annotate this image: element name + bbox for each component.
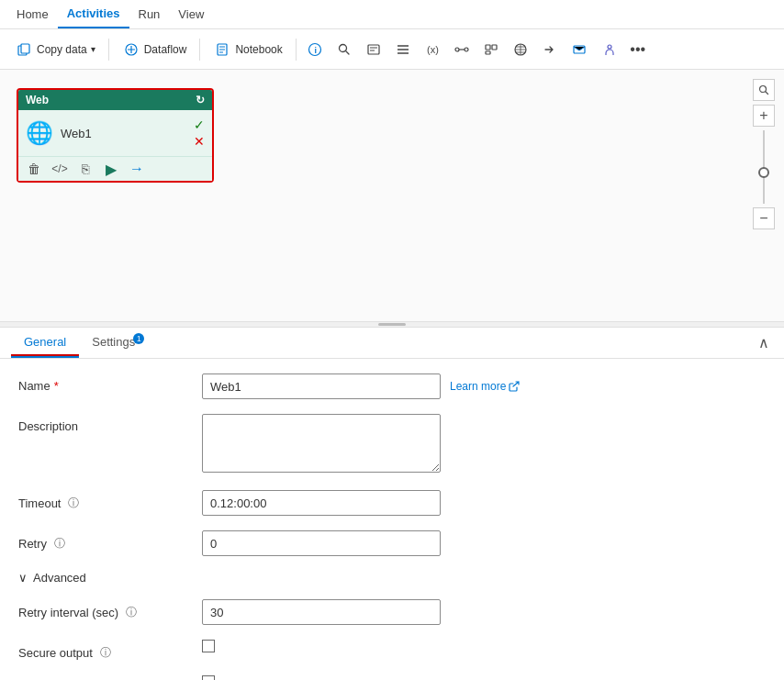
svg-rect-11: [486, 45, 490, 50]
timeout-control: [202, 490, 766, 516]
activity-footer: 🗑 </> ⎘ ▶ →: [18, 156, 212, 181]
retry-interval-info-icon[interactable]: ⓘ: [126, 605, 137, 620]
advanced-row[interactable]: ∨ Advanced: [18, 571, 766, 585]
trigger-toolbar-icon[interactable]: [478, 37, 504, 62]
secure-input-label: Secure input ⓘ: [18, 675, 202, 680]
zoom-in-button[interactable]: +: [753, 105, 775, 127]
settings-badge: 1: [133, 333, 144, 344]
description-control: [202, 414, 766, 475]
collapse-panel-icon[interactable]: ∧: [755, 330, 773, 355]
name-row: Name * Learn more: [18, 373, 766, 399]
retry-interval-input[interactable]: [202, 599, 441, 625]
activity-node[interactable]: Web ↻ 🌐 Web1 ✓ ✕ 🗑 </> ⎘ ▶ →: [17, 88, 214, 183]
activity-check-icon[interactable]: ✓: [194, 117, 205, 132]
resize-handle[interactable]: [0, 321, 784, 327]
dataflow-icon: [122, 40, 140, 59]
name-row-right: Learn more: [202, 373, 766, 399]
delete-icon[interactable]: 🗑: [26, 161, 42, 177]
svg-rect-1: [21, 44, 29, 53]
timeout-row: Timeout ⓘ: [18, 490, 766, 516]
external-link-icon: [509, 381, 520, 392]
tab-general[interactable]: General: [11, 328, 79, 358]
secure-input-control: [202, 675, 766, 680]
variable-toolbar-icon[interactable]: (x): [420, 37, 445, 62]
learn-more-label: Learn more: [450, 380, 506, 393]
search-toolbar-icon[interactable]: [331, 37, 357, 62]
retry-label: Retry ⓘ: [18, 530, 202, 552]
canvas-inner[interactable]: Web ↻ 🌐 Web1 ✓ ✕ 🗑 </> ⎘ ▶ →: [0, 70, 784, 321]
secure-output-info-icon[interactable]: ⓘ: [100, 645, 111, 661]
lines-toolbar-icon[interactable]: [390, 37, 416, 62]
outlook-toolbar-icon[interactable]: [566, 37, 592, 62]
copy-icon[interactable]: ⎘: [77, 161, 94, 177]
globe-toolbar-icon[interactable]: [508, 37, 533, 62]
timeout-input[interactable]: [202, 490, 441, 516]
notebook-icon: [213, 40, 231, 59]
dataflow-button[interactable]: Dataflow: [115, 37, 195, 62]
copy-data-chevron: ▾: [91, 44, 95, 54]
more-toolbar-icon[interactable]: •••: [625, 37, 651, 62]
svg-text:(x): (x): [427, 44, 439, 55]
zoom-search-icon[interactable]: [753, 79, 775, 101]
run-icon[interactable]: ▶: [103, 161, 119, 177]
svg-point-9: [455, 48, 459, 51]
notebook-button[interactable]: Notebook: [206, 37, 289, 62]
toolbar: Copy data ▾ Dataflow Notebook i (x): [0, 29, 784, 70]
tab-general-label: General: [24, 335, 66, 349]
name-required-star: *: [54, 379, 59, 393]
svg-point-16: [608, 45, 611, 49]
svg-rect-13: [486, 51, 490, 54]
description-textarea[interactable]: [202, 414, 441, 473]
resize-bar: [378, 323, 406, 326]
copy-data-icon: [15, 40, 33, 59]
copy-data-button[interactable]: Copy data ▾: [7, 37, 103, 62]
retry-control: [202, 530, 766, 556]
divider-3: [296, 39, 297, 61]
secure-input-checkbox[interactable]: [202, 675, 215, 680]
code-icon[interactable]: </>: [51, 161, 68, 177]
name-label: Name *: [18, 373, 202, 393]
arrow-toolbar-icon[interactable]: [537, 37, 563, 62]
zoom-thumb[interactable]: [758, 167, 769, 178]
notebook-label: Notebook: [235, 43, 282, 56]
header-refresh-icon[interactable]: ↻: [196, 94, 205, 106]
zoom-controls: + −: [753, 79, 775, 229]
retry-row: Retry ⓘ: [18, 530, 766, 556]
canvas-area: Web ↻ 🌐 Web1 ✓ ✕ 🗑 </> ⎘ ▶ →: [0, 70, 784, 327]
pipeline-toolbar-icon[interactable]: [449, 37, 475, 62]
svg-text:i: i: [314, 46, 317, 55]
form-body: Name * Learn more Description: [0, 359, 784, 680]
activity-cross-icon[interactable]: ✕: [194, 134, 205, 149]
nav-home[interactable]: Home: [7, 0, 58, 28]
secure-output-control: [202, 640, 766, 655]
svg-point-10: [465, 48, 468, 51]
activity-body: 🌐 Web1 ✓ ✕: [18, 110, 212, 156]
name-input[interactable]: [202, 373, 441, 399]
nav-run[interactable]: Run: [129, 0, 170, 28]
zoom-out-button[interactable]: −: [753, 207, 775, 229]
secure-output-checkbox[interactable]: [202, 640, 215, 652]
description-row: Description: [18, 414, 766, 475]
tab-settings[interactable]: Settings 1: [79, 328, 148, 358]
timeout-info-icon[interactable]: ⓘ: [68, 496, 79, 511]
learn-more-link[interactable]: Learn more: [450, 380, 520, 393]
secure-output-row: Secure output ⓘ: [18, 640, 766, 661]
tab-settings-label: Settings: [92, 335, 135, 349]
activity-header-label: Web: [26, 94, 49, 106]
text-toolbar-icon[interactable]: [361, 37, 386, 62]
divider-2: [199, 39, 200, 61]
retry-input[interactable]: [202, 530, 441, 556]
nav-view[interactable]: View: [169, 0, 213, 28]
top-nav: Home Activities Run View: [0, 0, 784, 29]
activity-right-actions: ✓ ✕: [194, 117, 205, 149]
info-toolbar-icon[interactable]: i: [302, 37, 328, 62]
nav-activities[interactable]: Activities: [58, 0, 129, 28]
teams-toolbar-icon[interactable]: [596, 37, 622, 62]
retry-info-icon[interactable]: ⓘ: [54, 536, 65, 552]
tab-general-border: [11, 354, 79, 356]
arrow-right-icon[interactable]: →: [129, 161, 145, 177]
dataflow-label: Dataflow: [144, 43, 187, 56]
timeout-label: Timeout ⓘ: [18, 490, 202, 511]
name-control: Learn more: [202, 373, 766, 399]
activity-header: Web ↻: [18, 90, 212, 110]
